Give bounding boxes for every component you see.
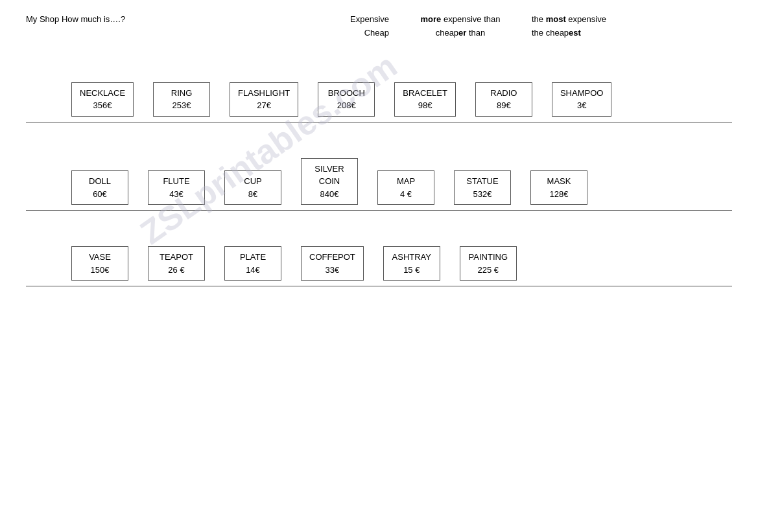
item-card: MAP4 € (377, 170, 434, 205)
item-price: 150€ (80, 264, 120, 277)
item-name: BROOCH (326, 87, 366, 100)
item-card: BRACELET98€ (394, 82, 456, 117)
item-name: COFFEPOT (309, 251, 355, 264)
header: My Shop How much is….? Expensive Cheap m… (26, 13, 732, 40)
item-card: FLUTE43€ (148, 170, 205, 205)
item-card: RING253€ (153, 82, 210, 117)
item-card: PLATE14€ (224, 246, 281, 281)
item-name: FLASHLIGHT (238, 87, 290, 100)
item-price: 128€ (539, 188, 579, 201)
item-card: VASE150€ (71, 246, 128, 281)
item-price: 60€ (80, 188, 120, 201)
item-card: STATUE532€ (454, 170, 511, 205)
item-price: 225 € (468, 264, 508, 277)
item-price: 3€ (560, 99, 603, 112)
item-name: NECKLACE (80, 87, 125, 100)
item-name: PAINTING (468, 251, 508, 264)
item-price: 356€ (80, 99, 125, 112)
item-name: PLATE (233, 251, 273, 264)
expensive-than: expensive than (444, 14, 500, 24)
item-price: 26 € (156, 264, 196, 277)
header-left: My Shop How much is….? (26, 13, 272, 27)
header-col2-line1: more expensive than (389, 13, 532, 27)
item-price: 27€ (238, 99, 290, 112)
item-card: TEAPOT26 € (148, 246, 205, 281)
header-col2-line2: cheaper than (389, 27, 532, 40)
item-card: MASK128€ (530, 170, 587, 205)
header-col3-line1: the most expensive (532, 13, 674, 27)
er-bold: er (458, 28, 466, 38)
most-bold: most (546, 14, 566, 24)
header-col1-line2: Cheap (272, 27, 389, 40)
row2-container: DOLL60€FLUTE43€CUP8€SILVERCOIN840€MAP4 €… (26, 122, 732, 211)
item-name: ASHTRAY (392, 251, 432, 264)
item-name: SILVERCOIN (309, 163, 349, 188)
item-name: RADIO (484, 87, 524, 100)
header-col1: Expensive Cheap (272, 13, 389, 40)
item-name: DOLL (80, 175, 120, 188)
item-name: TEAPOT (156, 251, 196, 264)
item-card: SHAMPOO3€ (552, 82, 611, 117)
item-price: 253€ (161, 99, 202, 112)
item-name: VASE (80, 251, 120, 264)
page: ZSLprintables.com My Shop How much is….?… (0, 0, 758, 299)
item-card: DOLL60€ (71, 170, 128, 205)
header-col3-line2: the cheapest (532, 27, 674, 40)
item-price: 14€ (233, 264, 273, 277)
item-name: RING (161, 87, 202, 100)
item-card: ASHTRAY15 € (383, 246, 440, 281)
item-card: CUP8€ (224, 170, 281, 205)
item-price: 15 € (392, 264, 432, 277)
item-card: PAINTING225 € (460, 246, 517, 281)
more-bold: more (421, 14, 442, 24)
item-price: 532€ (462, 188, 503, 201)
row3-container: VASE150€TEAPOT26 €PLATE14€COFFEPOT33€ASH… (26, 211, 732, 286)
item-card: COFFEPOT33€ (301, 246, 364, 281)
header-col1-line1: Expensive (272, 13, 389, 27)
item-name: STATUE (462, 175, 503, 188)
item-price: 208€ (326, 99, 366, 112)
item-card: NECKLACE356€ (71, 82, 134, 117)
item-price: 840€ (309, 188, 349, 201)
item-name: MASK (539, 175, 579, 188)
item-card: BROOCH208€ (318, 82, 375, 117)
item-price: 33€ (309, 264, 355, 277)
item-price: 89€ (484, 99, 524, 112)
header-col2: more expensive than cheaper than (389, 13, 532, 40)
item-name: BRACELET (403, 87, 447, 100)
item-price: 4 € (386, 188, 426, 201)
header-col3: the most expensive the cheapest (532, 13, 674, 40)
item-card: SILVERCOIN840€ (301, 158, 358, 205)
item-card: FLASHLIGHT27€ (230, 82, 298, 117)
item-price: 43€ (156, 188, 196, 201)
item-name: CUP (233, 175, 273, 188)
item-name: FLUTE (156, 175, 196, 188)
item-price: 98€ (403, 99, 447, 112)
est-bold: est (569, 28, 581, 38)
item-name: MAP (386, 175, 426, 188)
item-price: 8€ (233, 188, 273, 201)
item-name: SHAMPOO (560, 87, 603, 100)
item-card: RADIO89€ (475, 82, 532, 117)
row1-container: NECKLACE356€RING253€FLASHLIGHT27€BROOCH2… (26, 47, 732, 122)
